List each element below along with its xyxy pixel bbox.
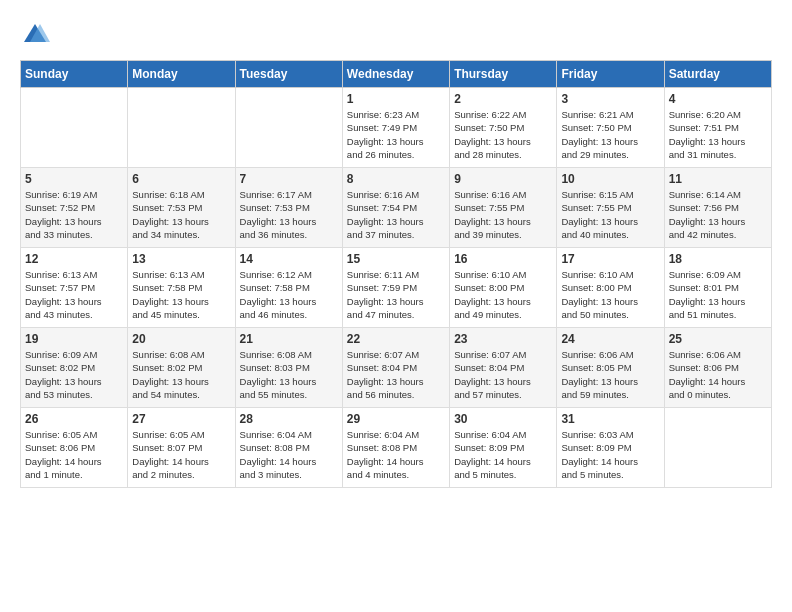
calendar-cell: 31Sunrise: 6:03 AM Sunset: 8:09 PM Dayli…	[557, 408, 664, 488]
calendar-cell: 30Sunrise: 6:04 AM Sunset: 8:09 PM Dayli…	[450, 408, 557, 488]
day-info: Sunrise: 6:03 AM Sunset: 8:09 PM Dayligh…	[561, 428, 659, 481]
calendar-cell: 2Sunrise: 6:22 AM Sunset: 7:50 PM Daylig…	[450, 88, 557, 168]
day-info: Sunrise: 6:08 AM Sunset: 8:03 PM Dayligh…	[240, 348, 338, 401]
calendar-cell: 8Sunrise: 6:16 AM Sunset: 7:54 PM Daylig…	[342, 168, 449, 248]
calendar-cell	[664, 408, 771, 488]
day-info: Sunrise: 6:04 AM Sunset: 8:08 PM Dayligh…	[240, 428, 338, 481]
calendar-cell: 3Sunrise: 6:21 AM Sunset: 7:50 PM Daylig…	[557, 88, 664, 168]
calendar-cell: 9Sunrise: 6:16 AM Sunset: 7:55 PM Daylig…	[450, 168, 557, 248]
day-number: 12	[25, 252, 123, 266]
day-info: Sunrise: 6:16 AM Sunset: 7:54 PM Dayligh…	[347, 188, 445, 241]
logo-icon	[20, 20, 50, 50]
day-number: 28	[240, 412, 338, 426]
calendar-table: SundayMondayTuesdayWednesdayThursdayFrid…	[20, 60, 772, 488]
day-info: Sunrise: 6:12 AM Sunset: 7:58 PM Dayligh…	[240, 268, 338, 321]
calendar-cell: 5Sunrise: 6:19 AM Sunset: 7:52 PM Daylig…	[21, 168, 128, 248]
day-info: Sunrise: 6:10 AM Sunset: 8:00 PM Dayligh…	[454, 268, 552, 321]
day-number: 19	[25, 332, 123, 346]
logo	[20, 20, 54, 50]
day-number: 4	[669, 92, 767, 106]
day-info: Sunrise: 6:07 AM Sunset: 8:04 PM Dayligh…	[347, 348, 445, 401]
day-number: 5	[25, 172, 123, 186]
day-number: 7	[240, 172, 338, 186]
calendar-cell: 21Sunrise: 6:08 AM Sunset: 8:03 PM Dayli…	[235, 328, 342, 408]
calendar-week-row: 1Sunrise: 6:23 AM Sunset: 7:49 PM Daylig…	[21, 88, 772, 168]
day-info: Sunrise: 6:09 AM Sunset: 8:01 PM Dayligh…	[669, 268, 767, 321]
day-info: Sunrise: 6:13 AM Sunset: 7:58 PM Dayligh…	[132, 268, 230, 321]
calendar-cell	[235, 88, 342, 168]
day-info: Sunrise: 6:04 AM Sunset: 8:08 PM Dayligh…	[347, 428, 445, 481]
calendar-cell: 23Sunrise: 6:07 AM Sunset: 8:04 PM Dayli…	[450, 328, 557, 408]
calendar-cell: 15Sunrise: 6:11 AM Sunset: 7:59 PM Dayli…	[342, 248, 449, 328]
weekday-header-thursday: Thursday	[450, 61, 557, 88]
page-header	[20, 20, 772, 50]
day-number: 18	[669, 252, 767, 266]
day-number: 1	[347, 92, 445, 106]
day-number: 25	[669, 332, 767, 346]
day-number: 15	[347, 252, 445, 266]
calendar-header-row: SundayMondayTuesdayWednesdayThursdayFrid…	[21, 61, 772, 88]
calendar-cell: 18Sunrise: 6:09 AM Sunset: 8:01 PM Dayli…	[664, 248, 771, 328]
day-number: 21	[240, 332, 338, 346]
day-number: 17	[561, 252, 659, 266]
day-number: 3	[561, 92, 659, 106]
calendar-cell: 4Sunrise: 6:20 AM Sunset: 7:51 PM Daylig…	[664, 88, 771, 168]
calendar-cell: 26Sunrise: 6:05 AM Sunset: 8:06 PM Dayli…	[21, 408, 128, 488]
calendar-cell: 29Sunrise: 6:04 AM Sunset: 8:08 PM Dayli…	[342, 408, 449, 488]
calendar-cell: 11Sunrise: 6:14 AM Sunset: 7:56 PM Dayli…	[664, 168, 771, 248]
day-info: Sunrise: 6:21 AM Sunset: 7:50 PM Dayligh…	[561, 108, 659, 161]
day-number: 11	[669, 172, 767, 186]
day-number: 29	[347, 412, 445, 426]
day-info: Sunrise: 6:07 AM Sunset: 8:04 PM Dayligh…	[454, 348, 552, 401]
day-info: Sunrise: 6:05 AM Sunset: 8:07 PM Dayligh…	[132, 428, 230, 481]
calendar-cell: 24Sunrise: 6:06 AM Sunset: 8:05 PM Dayli…	[557, 328, 664, 408]
calendar-cell: 16Sunrise: 6:10 AM Sunset: 8:00 PM Dayli…	[450, 248, 557, 328]
calendar-cell: 22Sunrise: 6:07 AM Sunset: 8:04 PM Dayli…	[342, 328, 449, 408]
calendar-cell: 12Sunrise: 6:13 AM Sunset: 7:57 PM Dayli…	[21, 248, 128, 328]
day-info: Sunrise: 6:15 AM Sunset: 7:55 PM Dayligh…	[561, 188, 659, 241]
day-info: Sunrise: 6:23 AM Sunset: 7:49 PM Dayligh…	[347, 108, 445, 161]
day-info: Sunrise: 6:14 AM Sunset: 7:56 PM Dayligh…	[669, 188, 767, 241]
day-info: Sunrise: 6:06 AM Sunset: 8:06 PM Dayligh…	[669, 348, 767, 401]
day-number: 30	[454, 412, 552, 426]
calendar-cell: 13Sunrise: 6:13 AM Sunset: 7:58 PM Dayli…	[128, 248, 235, 328]
weekday-header-wednesday: Wednesday	[342, 61, 449, 88]
day-number: 9	[454, 172, 552, 186]
day-number: 31	[561, 412, 659, 426]
calendar-cell: 19Sunrise: 6:09 AM Sunset: 8:02 PM Dayli…	[21, 328, 128, 408]
calendar-week-row: 5Sunrise: 6:19 AM Sunset: 7:52 PM Daylig…	[21, 168, 772, 248]
day-number: 13	[132, 252, 230, 266]
calendar-week-row: 19Sunrise: 6:09 AM Sunset: 8:02 PM Dayli…	[21, 328, 772, 408]
calendar-cell: 6Sunrise: 6:18 AM Sunset: 7:53 PM Daylig…	[128, 168, 235, 248]
calendar-cell: 25Sunrise: 6:06 AM Sunset: 8:06 PM Dayli…	[664, 328, 771, 408]
calendar-cell: 10Sunrise: 6:15 AM Sunset: 7:55 PM Dayli…	[557, 168, 664, 248]
weekday-header-tuesday: Tuesday	[235, 61, 342, 88]
day-info: Sunrise: 6:20 AM Sunset: 7:51 PM Dayligh…	[669, 108, 767, 161]
calendar-week-row: 26Sunrise: 6:05 AM Sunset: 8:06 PM Dayli…	[21, 408, 772, 488]
weekday-header-monday: Monday	[128, 61, 235, 88]
day-number: 10	[561, 172, 659, 186]
day-number: 20	[132, 332, 230, 346]
calendar-cell: 17Sunrise: 6:10 AM Sunset: 8:00 PM Dayli…	[557, 248, 664, 328]
calendar-cell: 20Sunrise: 6:08 AM Sunset: 8:02 PM Dayli…	[128, 328, 235, 408]
day-info: Sunrise: 6:09 AM Sunset: 8:02 PM Dayligh…	[25, 348, 123, 401]
day-number: 2	[454, 92, 552, 106]
calendar-cell: 1Sunrise: 6:23 AM Sunset: 7:49 PM Daylig…	[342, 88, 449, 168]
day-number: 23	[454, 332, 552, 346]
day-info: Sunrise: 6:04 AM Sunset: 8:09 PM Dayligh…	[454, 428, 552, 481]
day-info: Sunrise: 6:06 AM Sunset: 8:05 PM Dayligh…	[561, 348, 659, 401]
calendar-body: 1Sunrise: 6:23 AM Sunset: 7:49 PM Daylig…	[21, 88, 772, 488]
day-number: 14	[240, 252, 338, 266]
day-info: Sunrise: 6:22 AM Sunset: 7:50 PM Dayligh…	[454, 108, 552, 161]
day-info: Sunrise: 6:10 AM Sunset: 8:00 PM Dayligh…	[561, 268, 659, 321]
day-info: Sunrise: 6:08 AM Sunset: 8:02 PM Dayligh…	[132, 348, 230, 401]
day-number: 6	[132, 172, 230, 186]
day-info: Sunrise: 6:05 AM Sunset: 8:06 PM Dayligh…	[25, 428, 123, 481]
calendar-cell: 28Sunrise: 6:04 AM Sunset: 8:08 PM Dayli…	[235, 408, 342, 488]
day-info: Sunrise: 6:17 AM Sunset: 7:53 PM Dayligh…	[240, 188, 338, 241]
day-info: Sunrise: 6:16 AM Sunset: 7:55 PM Dayligh…	[454, 188, 552, 241]
day-number: 8	[347, 172, 445, 186]
calendar-cell	[128, 88, 235, 168]
day-number: 26	[25, 412, 123, 426]
weekday-header-saturday: Saturday	[664, 61, 771, 88]
